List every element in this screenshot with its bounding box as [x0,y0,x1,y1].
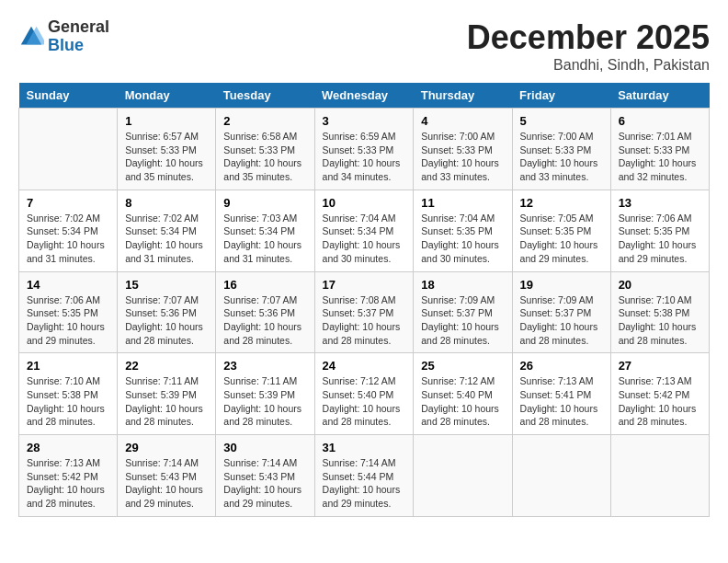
day-info: Sunrise: 7:01 AM Sunset: 5:33 PM Dayligh… [619,130,701,184]
day-info: Sunrise: 7:06 AM Sunset: 5:35 PM Dayligh… [27,293,109,348]
calendar-cell: 15Sunrise: 7:07 AM Sunset: 5:36 PM Dayli… [118,271,216,353]
day-number: 21 [27,359,109,373]
day-info: Sunrise: 7:00 AM Sunset: 5:33 PM Dayligh… [520,130,603,184]
calendar-cell: 29Sunrise: 7:14 AM Sunset: 5:43 PM Dayli… [118,435,216,517]
calendar-week-2: 7Sunrise: 7:02 AM Sunset: 5:34 PM Daylig… [19,190,710,271]
calendar-cell: 17Sunrise: 7:08 AM Sunset: 5:37 PM Dayli… [314,271,414,353]
calendar-week-4: 21Sunrise: 7:10 AM Sunset: 5:38 PM Dayli… [19,353,710,435]
day-number: 18 [421,278,504,292]
day-number: 9 [223,196,306,210]
day-info: Sunrise: 6:57 AM Sunset: 5:33 PM Dayligh… [125,130,208,184]
calendar-cell: 10Sunrise: 7:04 AM Sunset: 5:34 PM Dayli… [314,190,414,271]
calendar-cell [610,435,709,517]
day-number: 2 [223,114,306,128]
day-info: Sunrise: 6:59 AM Sunset: 5:33 PM Dayligh… [323,130,406,184]
day-number: 17 [323,278,406,292]
calendar-cell [414,435,512,517]
logo-icon [18,24,44,50]
day-info: Sunrise: 7:08 AM Sunset: 5:37 PM Dayligh… [323,293,406,348]
calendar-week-1: 1Sunrise: 6:57 AM Sunset: 5:33 PM Daylig… [19,109,710,190]
day-number: 30 [223,441,306,454]
day-info: Sunrise: 7:02 AM Sunset: 5:34 PM Dayligh… [27,212,109,266]
day-info: Sunrise: 6:58 AM Sunset: 5:33 PM Dayligh… [223,130,306,184]
day-info: Sunrise: 7:09 AM Sunset: 5:37 PM Dayligh… [421,293,504,348]
header-cell-sunday: Sunday [19,83,118,109]
calendar-week-3: 14Sunrise: 7:06 AM Sunset: 5:35 PM Dayli… [19,271,710,353]
day-number: 20 [619,278,701,292]
logo-general: General [48,18,109,37]
calendar-cell: 25Sunrise: 7:12 AM Sunset: 5:40 PM Dayli… [414,353,512,435]
day-number: 25 [421,359,504,373]
calendar-body: 1Sunrise: 6:57 AM Sunset: 5:33 PM Daylig… [19,109,710,517]
calendar-cell: 14Sunrise: 7:06 AM Sunset: 5:35 PM Dayli… [19,271,118,353]
day-info: Sunrise: 7:14 AM Sunset: 5:43 PM Dayligh… [223,456,306,511]
day-info: Sunrise: 7:10 AM Sunset: 5:38 PM Dayligh… [619,293,701,348]
day-number: 31 [323,441,406,454]
calendar-cell: 20Sunrise: 7:10 AM Sunset: 5:38 PM Dayli… [610,271,709,353]
day-info: Sunrise: 7:10 AM Sunset: 5:38 PM Dayligh… [27,374,109,429]
day-number: 24 [323,359,406,373]
day-info: Sunrise: 7:04 AM Sunset: 5:34 PM Dayligh… [323,212,406,266]
logo-text: General Blue [48,18,109,55]
day-info: Sunrise: 7:05 AM Sunset: 5:35 PM Dayligh… [520,212,603,266]
day-number: 28 [27,441,109,454]
day-number: 7 [27,196,109,210]
page-header: General Blue December 2025 Bandhi, Sindh… [18,18,710,74]
day-number: 26 [520,359,603,373]
calendar-cell: 23Sunrise: 7:11 AM Sunset: 5:39 PM Dayli… [216,353,314,435]
day-number: 12 [520,196,603,210]
calendar-cell [19,109,118,190]
day-info: Sunrise: 7:03 AM Sunset: 5:34 PM Dayligh… [223,212,306,266]
calendar-cell: 22Sunrise: 7:11 AM Sunset: 5:39 PM Dayli… [118,353,216,435]
day-info: Sunrise: 7:07 AM Sunset: 5:36 PM Dayligh… [223,293,306,348]
day-number: 5 [520,114,603,128]
day-info: Sunrise: 7:00 AM Sunset: 5:33 PM Dayligh… [421,130,504,184]
calendar-cell: 24Sunrise: 7:12 AM Sunset: 5:40 PM Dayli… [314,353,414,435]
calendar-cell: 3Sunrise: 6:59 AM Sunset: 5:33 PM Daylig… [314,109,414,190]
day-number: 23 [223,359,306,373]
day-info: Sunrise: 7:14 AM Sunset: 5:44 PM Dayligh… [323,456,406,511]
day-info: Sunrise: 7:11 AM Sunset: 5:39 PM Dayligh… [125,374,208,429]
day-info: Sunrise: 7:12 AM Sunset: 5:40 PM Dayligh… [421,374,504,429]
header-cell-friday: Friday [512,83,610,109]
day-number: 27 [619,359,701,373]
calendar-cell: 1Sunrise: 6:57 AM Sunset: 5:33 PM Daylig… [118,109,216,190]
calendar-cell: 8Sunrise: 7:02 AM Sunset: 5:34 PM Daylig… [118,190,216,271]
calendar-week-5: 28Sunrise: 7:13 AM Sunset: 5:42 PM Dayli… [19,435,710,517]
header-row: SundayMondayTuesdayWednesdayThursdayFrid… [19,83,710,109]
calendar-cell: 13Sunrise: 7:06 AM Sunset: 5:35 PM Dayli… [610,190,709,271]
header-cell-thursday: Thursday [414,83,512,109]
calendar-cell: 28Sunrise: 7:13 AM Sunset: 5:42 PM Dayli… [19,435,118,517]
calendar-cell: 31Sunrise: 7:14 AM Sunset: 5:44 PM Dayli… [314,435,414,517]
header-cell-tuesday: Tuesday [216,83,314,109]
day-number: 22 [125,359,208,373]
calendar-cell: 16Sunrise: 7:07 AM Sunset: 5:36 PM Dayli… [216,271,314,353]
calendar-cell: 2Sunrise: 6:58 AM Sunset: 5:33 PM Daylig… [216,109,314,190]
calendar-cell: 19Sunrise: 7:09 AM Sunset: 5:37 PM Dayli… [512,271,610,353]
day-number: 14 [27,278,109,292]
header-cell-monday: Monday [118,83,216,109]
calendar-table: SundayMondayTuesdayWednesdayThursdayFrid… [18,83,710,517]
calendar-cell: 5Sunrise: 7:00 AM Sunset: 5:33 PM Daylig… [512,109,610,190]
day-number: 10 [323,196,406,210]
day-number: 19 [520,278,603,292]
day-info: Sunrise: 7:13 AM Sunset: 5:42 PM Dayligh… [619,374,701,429]
logo: General Blue [18,18,109,55]
page-subtitle: Bandhi, Sindh, Pakistan [467,57,710,74]
day-number: 16 [223,278,306,292]
page-title: December 2025 [467,18,710,57]
day-number: 3 [323,114,406,128]
header-cell-wednesday: Wednesday [314,83,414,109]
title-block: December 2025 Bandhi, Sindh, Pakistan [467,18,710,74]
calendar-cell: 6Sunrise: 7:01 AM Sunset: 5:33 PM Daylig… [610,109,709,190]
calendar-cell: 30Sunrise: 7:14 AM Sunset: 5:43 PM Dayli… [216,435,314,517]
calendar-cell [512,435,610,517]
day-number: 8 [125,196,208,210]
calendar-header: SundayMondayTuesdayWednesdayThursdayFrid… [19,83,710,109]
calendar-cell: 18Sunrise: 7:09 AM Sunset: 5:37 PM Dayli… [414,271,512,353]
calendar-cell: 9Sunrise: 7:03 AM Sunset: 5:34 PM Daylig… [216,190,314,271]
calendar-cell: 12Sunrise: 7:05 AM Sunset: 5:35 PM Dayli… [512,190,610,271]
day-info: Sunrise: 7:11 AM Sunset: 5:39 PM Dayligh… [223,374,306,429]
day-info: Sunrise: 7:12 AM Sunset: 5:40 PM Dayligh… [323,374,406,429]
day-info: Sunrise: 7:07 AM Sunset: 5:36 PM Dayligh… [125,293,208,348]
